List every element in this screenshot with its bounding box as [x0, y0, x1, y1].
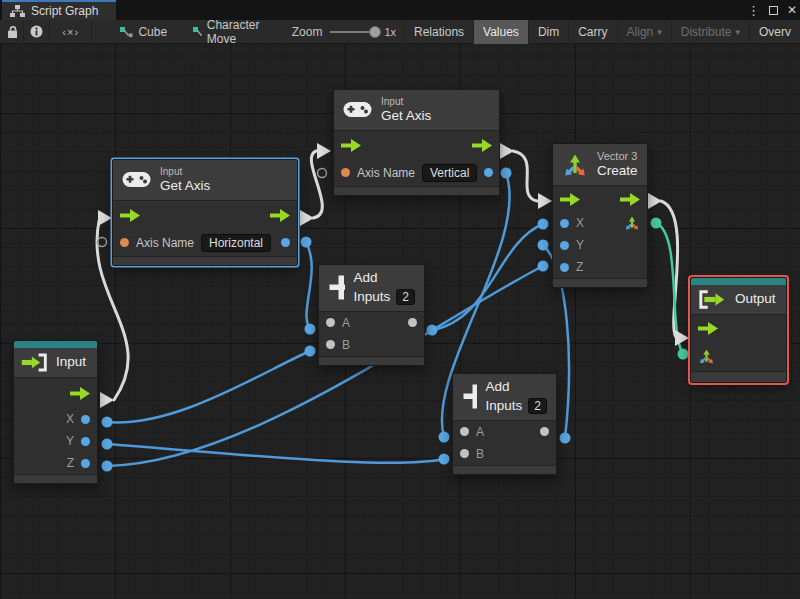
axis-name-value[interactable]: Horizontal — [201, 234, 271, 252]
unconnected-port[interactable] — [98, 238, 107, 247]
node-header[interactable]: Add Inputs 2 — [453, 374, 556, 421]
inputs-count[interactable]: 2 — [396, 289, 415, 305]
flow-in-arrow-icon[interactable] — [120, 209, 140, 222]
conn-dot[interactable] — [102, 417, 113, 428]
node-add-2[interactable]: Add Inputs 2 A B — [452, 373, 557, 475]
conn-dot[interactable] — [102, 439, 113, 450]
flow-in-arrow-icon[interactable] — [341, 139, 361, 152]
conn-dot-vector[interactable] — [678, 349, 689, 360]
conn-dot[interactable] — [439, 454, 450, 465]
graph-button-cube[interactable]: Cube — [114, 20, 173, 44]
node-header[interactable]: Input — [14, 348, 97, 378]
wire-add1-to-vector3-x[interactable] — [432, 224, 543, 330]
relations-button[interactable]: Relations — [404, 20, 473, 44]
lock-button[interactable] — [0, 20, 24, 44]
node-vector3-create[interactable]: Vector 3 Create X Y Z — [552, 143, 648, 288]
distribute-dropdown[interactable]: Distribute ▾ — [671, 20, 749, 44]
wire-input-x-to-add1-b[interactable] — [107, 351, 310, 422]
port-sum-out[interactable] — [540, 427, 549, 436]
carry-button[interactable]: Carry — [568, 20, 616, 44]
flow-in-arrow-icon[interactable] — [560, 193, 580, 206]
axis-name-port[interactable] — [120, 238, 129, 247]
conn-dot[interactable] — [427, 325, 438, 336]
vector3-in-port-icon[interactable] — [698, 348, 715, 365]
close-icon[interactable]: ✕ — [787, 4, 797, 16]
overview-button[interactable]: Overv — [749, 20, 800, 44]
port-x[interactable] — [560, 219, 569, 228]
flow-port-getaxis-horizontal-out[interactable] — [300, 210, 314, 226]
values-button[interactable]: Values — [473, 20, 528, 44]
axis-name-label: Axis Name — [136, 236, 194, 250]
flow-out-arrow-icon[interactable] — [620, 193, 640, 206]
breadcrumb-root-button[interactable]: ‹×› — [50, 20, 92, 44]
port-b[interactable] — [460, 449, 469, 458]
flow-in-arrow-icon[interactable] — [698, 322, 718, 335]
unity-script-graph-window: Input Get Axis Axis Name Vertical Input … — [0, 0, 800, 599]
flow-port-getaxis-vertical-in[interactable] — [317, 143, 331, 159]
flow-out-arrow-icon[interactable] — [270, 209, 290, 222]
conn-dot[interactable] — [501, 168, 512, 179]
window-menu-icon[interactable]: ⋮ — [747, 4, 760, 17]
port-y[interactable] — [560, 241, 569, 250]
node-output[interactable]: Output — [690, 277, 787, 383]
tab-script-graph[interactable]: Script Graph — [2, 0, 116, 20]
align-dropdown[interactable]: Align ▾ — [617, 20, 671, 44]
port-sum-out[interactable] — [408, 318, 417, 327]
zoom-slider[interactable] — [330, 31, 380, 33]
axis-name-value[interactable]: Vertical — [422, 164, 477, 182]
node-header[interactable]: Output — [691, 285, 786, 315]
button-label: Values — [483, 25, 519, 39]
port-a[interactable] — [460, 427, 469, 436]
port-z[interactable] — [560, 263, 569, 272]
conn-dot[interactable] — [439, 432, 450, 443]
info-button[interactable] — [24, 20, 50, 44]
maximize-icon[interactable] — [769, 6, 778, 15]
conn-dot[interactable] — [560, 433, 571, 444]
port-z-out[interactable] — [81, 459, 90, 468]
value-out-port[interactable] — [484, 168, 493, 177]
node-get-axis-vertical[interactable]: Input Get Axis Axis Name Vertical — [333, 89, 500, 196]
flow-port-output-in[interactable] — [675, 330, 689, 346]
flow-port-input-out[interactable] — [100, 392, 114, 408]
node-header[interactable]: Add Inputs 2 — [319, 265, 424, 312]
flow-port-getaxis-horizontal-in[interactable] — [98, 210, 112, 226]
conn-dot[interactable] — [102, 461, 113, 472]
port-x-out[interactable] — [81, 415, 90, 424]
script-graph-icon — [10, 5, 25, 17]
conn-dot[interactable] — [305, 346, 316, 357]
dim-button[interactable]: Dim — [528, 20, 568, 44]
conn-dot[interactable] — [538, 219, 549, 230]
wire-getaxis-horizontal-to-add1-a[interactable] — [306, 242, 312, 329]
io-node-strip — [691, 278, 786, 285]
flow-port-getaxis-vertical-out[interactable] — [500, 143, 514, 159]
gamepad-icon — [343, 100, 372, 119]
flow-port-vector3-in[interactable] — [538, 193, 552, 209]
conn-dot-vector[interactable] — [651, 218, 662, 229]
node-header[interactable]: Vector 3 Create — [553, 144, 647, 186]
node-get-axis-horizontal[interactable]: Input Get Axis Axis Name Horizontal — [112, 159, 298, 266]
flow-out-arrow-icon[interactable] — [472, 139, 492, 152]
node-add-1[interactable]: Add Inputs 2 A B — [318, 264, 425, 366]
value-out-port[interactable] — [281, 238, 290, 247]
vector3-out-port-icon[interactable] — [624, 215, 640, 231]
conn-dot[interactable] — [538, 261, 549, 272]
graph-button-character-move[interactable]: Character Move — [187, 20, 270, 44]
conn-dot[interactable] — [301, 237, 312, 248]
node-title: Get Axis — [160, 178, 210, 195]
node-header[interactable]: Input Get Axis — [113, 160, 297, 201]
conn-dot[interactable] — [538, 240, 549, 251]
wire-flow-getaxis-vertical-to-vector3[interactable] — [513, 151, 537, 201]
wire-flow-getaxis-horizontal-to-vertical[interactable] — [311, 151, 322, 218]
port-b[interactable] — [326, 340, 335, 349]
port-a[interactable] — [326, 318, 335, 327]
zoom-slider-knob[interactable] — [369, 26, 381, 38]
unconnected-port[interactable] — [318, 169, 327, 178]
axis-name-port[interactable] — [341, 168, 350, 177]
inputs-count[interactable]: 2 — [528, 398, 547, 414]
port-y-out[interactable] — [81, 437, 90, 446]
node-header[interactable]: Input Get Axis — [334, 90, 499, 131]
flow-port-vector3-out[interactable] — [648, 193, 662, 209]
conn-dot[interactable] — [305, 324, 316, 335]
node-input[interactable]: Input X Y Z — [13, 340, 98, 484]
flow-out-arrow-icon[interactable] — [70, 387, 90, 400]
